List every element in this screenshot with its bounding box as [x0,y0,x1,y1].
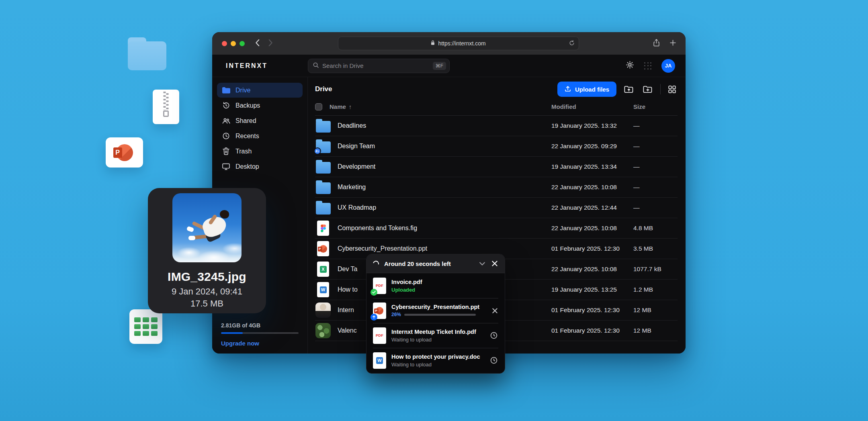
file-modified-date: 22 January 2025. 10:08 [551,184,633,191]
preview-date: 9 Jan 2024, 09:41 [148,286,266,297]
upload-percent-label: 26% [391,312,401,317]
select-all-checkbox[interactable] [315,103,322,110]
file-name: Components and Tokens.fig [338,225,551,232]
apps-grid-icon[interactable] [644,62,652,70]
powerpoint-p-chip: P [113,147,122,158]
search-input[interactable]: ⌘F [308,59,450,73]
storage-usage-label: 2.81GB of 4GB [221,322,299,329]
file-size: — [633,163,678,170]
share-icon[interactable] [653,39,659,48]
upload-item-status: Uploaded [391,287,498,293]
toolbar-divider [660,84,661,94]
file-modified-date: 01 February 2025. 12:30 [551,327,633,334]
folder-icon [316,203,331,215]
file-name: UX Roadmap [338,204,551,211]
desktop-monitor-icon [222,163,230,170]
word-file-icon: W [317,282,329,297]
uploaded-check-badge-icon [371,289,377,296]
grid-view-button[interactable] [667,84,678,95]
word-logo-icon: W [376,357,383,364]
pending-clock-icon [489,331,498,340]
file-modified-date: 22 January 2025. 10:08 [551,266,633,273]
upload-item-name: Cybersecurity_Presentation.ppt [391,304,486,310]
browser-forward-button[interactable] [268,39,273,48]
sort-ascending-icon: ↑ [349,103,352,110]
spinner-icon [372,260,380,268]
storage-widget: 2.81GB of 4GB Upgrade now [217,322,303,347]
upgrade-now-link[interactable]: Upgrade now [221,340,259,347]
file-size: 12 MB [633,327,678,334]
column-header-size[interactable]: Size [633,103,678,110]
file-row-components-and-tokens-fig[interactable]: Components and Tokens.fig 22 January 202… [315,218,678,239]
file-modified-date: 22 January 2025. 10:08 [551,225,633,232]
sidebar-item-desktop[interactable]: Desktop [217,159,303,174]
powerpoint-logo-icon: P [319,245,327,253]
storage-progress-fill [221,332,243,334]
file-size: 4.8 MB [633,225,678,232]
file-row-ux-roadmap[interactable]: UX Roadmap 22 January 2025. 12:44 — [315,198,678,218]
sidebar-item-label: Trash [235,148,252,155]
sidebar-item-label: Desktop [235,163,259,170]
page-title: Drive [315,85,332,93]
preview-size: 17.5 MB [148,298,266,309]
photo-thumbnail-plants [315,323,331,338]
sidebar-item-drive[interactable]: Drive [217,83,303,98]
file-row-design-team[interactable]: Design Team 22 January 2025. 09:29 — [315,136,678,157]
file-row-deadlines[interactable]: Deadlines 19 January 2025. 13:32 — [315,116,678,136]
sidebar-item-trash[interactable]: Trash [217,144,303,159]
powerpoint-logo-icon: P [116,144,133,161]
file-size: 1077.7 kB [633,266,678,273]
address-bar[interactable]: https://internxt.com [338,37,579,50]
upload-item-internxt-meetup-ticket-info-pdf: PDF Internxt Meetup Ticket Info.pdf Wait… [366,323,505,348]
upload-item-name: Invoice.pdf [391,279,498,285]
browser-back-button[interactable] [255,39,260,48]
file-size: — [633,122,678,129]
search-field[interactable] [322,62,429,69]
sidebar-item-backups[interactable]: Backups [217,98,303,113]
upload-files-button[interactable]: Upload files [557,82,616,97]
collapse-toast-button[interactable] [479,261,486,266]
column-header-modified[interactable]: Modified [551,103,633,110]
folder-icon [316,182,331,194]
internxt-logo: INTERNXT [226,62,268,69]
recents-clock-icon [222,132,230,140]
upload-progress-track [404,314,476,316]
settings-gear-icon[interactable] [626,61,634,71]
zip-file-icon[interactable] [153,90,179,124]
upload-progress: 26% [391,312,486,317]
reload-icon[interactable] [569,40,575,47]
sidebar-nav: Drive Backups Shared Recents Tra [217,83,303,174]
upload-folder-button[interactable] [622,84,635,95]
sidebar-item-recents[interactable]: Recents [217,129,303,143]
upload-item-cybersecurity-presentation-ppt: P Cybersecurity_Presentation.ppt 26% [366,298,505,323]
file-size: 12 MB [633,307,678,314]
new-tab-icon[interactable] [670,40,676,47]
file-name: Deadlines [338,122,551,129]
photo-thumbnail-person [315,302,331,318]
blue-folder-icon[interactable] [128,37,166,70]
close-toast-button[interactable] [491,260,498,267]
create-folder-button[interactable] [641,84,654,95]
file-row-marketing[interactable]: Marketing 22 January 2025. 10:08 — [315,177,678,198]
minimize-window-button[interactable] [231,41,236,46]
powerpoint-file-icon[interactable]: P [106,137,143,168]
spreadsheet-file-icon[interactable] [129,309,162,344]
uploading-badge-icon [371,314,377,321]
pdf-file-icon: PDF [373,327,386,344]
close-window-button[interactable] [222,41,227,46]
sidebar-item-shared[interactable]: Shared [217,113,303,128]
file-name: Marketing [338,184,551,191]
file-row-development[interactable]: Development 19 January 2025. 13:34 — [315,157,678,177]
backups-icon [222,102,230,109]
maximize-window-button[interactable] [240,41,245,46]
file-size: 1.2 MB [633,286,678,293]
upload-item-status: Waiting to upload [391,362,484,368]
image-preview-card: IMG_3245.jpg 9 Jan 2024, 09:41 17.5 MB [148,188,266,313]
upload-item-status: Waiting to upload [391,337,484,343]
browser-chrome: https://internxt.com [212,32,686,55]
cancel-upload-button[interactable] [491,307,498,314]
column-header-name[interactable]: Name ↑ [330,103,551,110]
avatar[interactable]: JA [661,59,675,73]
file-name: Development [338,163,551,170]
drive-folder-icon [222,87,230,94]
